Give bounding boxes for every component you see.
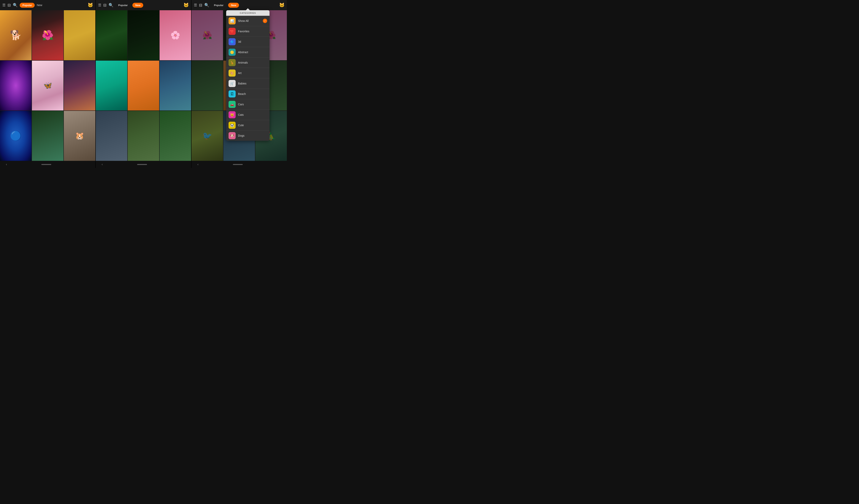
menu-icon-1[interactable]: ☰ [2, 3, 5, 7]
beach-label: Beach [238, 92, 267, 95]
cute-icon: 🐼 [228, 122, 236, 129]
grid-cell-bird-yellow[interactable]: 🐦 [192, 111, 223, 161]
category-show-all[interactable]: 📊 Show All ✓ [226, 16, 270, 26]
new-button-3[interactable]: New [228, 3, 239, 8]
grid-cell-pink-flowers[interactable]: 🌸 [160, 10, 191, 60]
abstract-label: Abstract [238, 51, 267, 54]
show-all-check: ✓ [263, 19, 267, 23]
category-favorites[interactable]: ❤️ Favorites [226, 26, 270, 37]
3d-icon: 🔷 [228, 38, 236, 45]
babies-label: Babies [238, 82, 267, 85]
image-grid-2: 🌸 [96, 10, 191, 161]
category-art[interactable]: 🎨 Art [226, 68, 270, 78]
bottom-nav-2: ‹ [96, 161, 191, 168]
phone-panel-2: ☰ ⊟ 🔍 Popular New 🐱 🌸 [96, 0, 191, 168]
popular-button-2[interactable]: Popular [116, 3, 131, 8]
animals-label: Animals [238, 61, 267, 64]
back-button-3[interactable]: ‹ [197, 163, 198, 166]
category-animals[interactable]: 🦒 Animals [226, 58, 270, 68]
grid-cell-purple-swirl[interactable] [0, 61, 31, 111]
cats-label: Cats [238, 113, 267, 116]
phone-panel-1: ☰ ⊟ 🔍 Popular New 🐱 🐕 🌺 [0, 0, 95, 168]
dropdown-arrow [246, 8, 250, 10]
animals-icon: 🦒 [228, 59, 236, 66]
category-babies[interactable]: 🛒 Babies [226, 78, 270, 89]
home-indicator-1[interactable] [41, 164, 51, 165]
grid-cell-butterfly[interactable]: 🦋 [32, 61, 63, 111]
back-button-1[interactable]: ‹ [6, 163, 7, 166]
cats-icon: 🐱 [228, 111, 236, 118]
app-container: ☰ ⊟ 🔍 Popular New 🐱 🐕 🌺 [0, 0, 287, 168]
menu-icon-3[interactable]: ☰ [194, 3, 197, 7]
bottom-nav-3: ‹ [192, 161, 287, 168]
image-grid-1: 🐕 🌺 🦋 [0, 10, 95, 161]
cat-avatar-1[interactable]: 🐱 [88, 3, 93, 8]
show-all-icon: 📊 [228, 17, 236, 25]
cute-label: Cute [238, 124, 267, 127]
new-button-1[interactable]: New [37, 3, 42, 7]
tray-icon-1[interactable]: ⊟ [7, 3, 11, 7]
search-icon-3[interactable]: 🔍 [204, 3, 209, 7]
category-cars[interactable]: 🚗 Cars [226, 99, 270, 110]
3d-label: 3d [238, 40, 267, 43]
cat-avatar-2[interactable]: 🐱 [183, 3, 189, 8]
grid-cell-forest-river[interactable] [32, 111, 63, 161]
favorites-label: Favorites [238, 30, 267, 33]
cars-label: Cars [238, 103, 267, 106]
grid-cell-red-flower[interactable]: 🌺 [32, 10, 63, 60]
grid-cell-fern-green[interactable] [192, 61, 223, 111]
menu-icon-2[interactable]: ☰ [98, 3, 101, 7]
grid-cell-tropical[interactable] [96, 61, 127, 111]
categories-header: CATEGORIES [226, 10, 270, 16]
favorites-icon: ❤️ [228, 28, 236, 35]
popular-button-3[interactable]: Popular [211, 3, 226, 8]
dogs-label: Dogs [238, 134, 267, 137]
babies-icon: 🛒 [228, 80, 236, 87]
grid-cell-dark-forest[interactable] [128, 10, 159, 60]
grid-cell-city-aerial[interactable] [128, 61, 159, 111]
category-cute[interactable]: 🐼 Cute [226, 120, 270, 130]
cars-icon: 🚗 [228, 101, 236, 108]
search-icon-2[interactable]: 🔍 [108, 3, 114, 7]
header-1: ☰ ⊟ 🔍 Popular New 🐱 [0, 0, 95, 10]
category-3d[interactable]: 🔷 3d [226, 37, 270, 47]
art-label: Art [238, 72, 267, 75]
category-cats[interactable]: 🐱 Cats [226, 110, 270, 120]
category-abstract[interactable]: 🟡 Abstract [226, 47, 270, 58]
grid-cell-blue-globe[interactable]: 🔵 [0, 111, 31, 161]
back-button-2[interactable]: ‹ [102, 163, 103, 166]
category-beach[interactable]: ⛱ Beach [226, 89, 270, 99]
home-indicator-2[interactable] [137, 164, 147, 165]
bottom-nav-1: ‹ [0, 161, 95, 168]
tray-icon-2[interactable]: ⊟ [103, 3, 107, 7]
art-icon: 🎨 [228, 69, 236, 77]
header-2: ☰ ⊟ 🔍 Popular New 🐱 [96, 0, 191, 10]
abstract-icon: 🟡 [228, 49, 236, 56]
grid-cell-canal[interactable] [64, 61, 95, 111]
header-3: ☰ ⊟ 🔍 Popular New 🐱 [192, 0, 287, 10]
grid-cell-hamster[interactable]: 🐹 [64, 111, 95, 161]
grid-cell-waterfall[interactable] [160, 61, 191, 111]
grid-cell-pink-rhodo-1[interactable]: 🌺 [192, 10, 223, 60]
grid-cell-jungle-mountain[interactable] [128, 111, 159, 161]
grid-cell-wheat[interactable] [64, 10, 95, 60]
search-icon-1[interactable]: 🔍 [13, 3, 18, 7]
cat-avatar-3[interactable]: 🐱 [279, 3, 285, 8]
new-button-2[interactable]: New [132, 3, 143, 8]
category-dogs[interactable]: 🐶 Dogs [226, 130, 270, 141]
home-indicator-3[interactable] [233, 164, 243, 165]
grid-cell-stadium[interactable] [96, 111, 127, 161]
categories-dropdown: CATEGORIES 📊 Show All ✓ ❤️ Favorites 🔷 3… [226, 10, 270, 141]
grid-cell-dog[interactable]: 🐕 [0, 10, 31, 60]
show-all-label: Show All [238, 19, 260, 22]
phone-panel-3: ☰ ⊟ 🔍 Popular New 🐱 🌺 🌺 [192, 0, 287, 168]
beach-icon: ⛱ [228, 90, 236, 97]
popular-button-1[interactable]: Popular [20, 3, 35, 8]
tray-icon-3[interactable]: ⊟ [199, 3, 202, 7]
dogs-icon: 🐶 [228, 132, 236, 139]
grid-cell-big-leaf[interactable] [96, 10, 127, 60]
grid-cell-fern[interactable] [160, 111, 191, 161]
